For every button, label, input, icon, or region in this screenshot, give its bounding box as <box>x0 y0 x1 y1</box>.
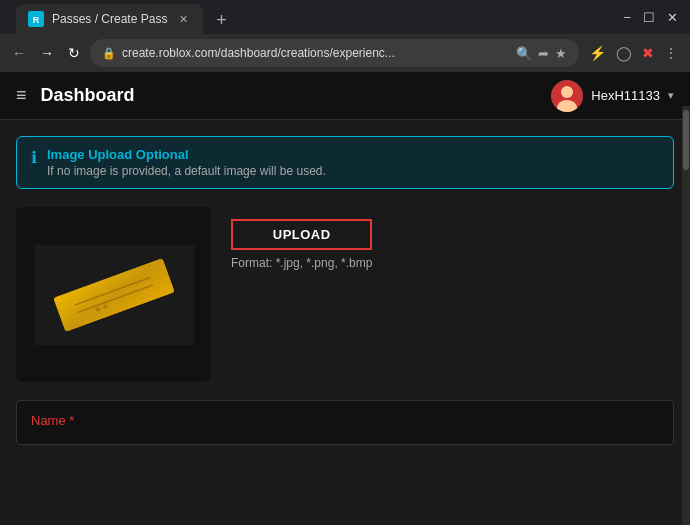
image-preview <box>16 207 211 382</box>
info-icon: ℹ <box>31 148 37 167</box>
app: ≡ Dashboard HexH11133 ▾ ℹ Image Upload O… <box>0 72 690 491</box>
hamburger-menu-button[interactable]: ≡ <box>16 85 27 106</box>
tab-title: Passes / Create Pass <box>52 12 167 26</box>
nav-left: ≡ Dashboard <box>16 85 135 106</box>
tab-bar: R Passes / Create Pass ✕ + <box>8 0 243 34</box>
info-text-group: Image Upload Optional If no image is pro… <box>47 147 326 178</box>
name-section: Name * <box>16 400 674 445</box>
active-tab[interactable]: R Passes / Create Pass ✕ <box>16 4 203 34</box>
upload-controls: UPLOAD Format: *.jpg, *.png, *.bmp <box>231 207 372 270</box>
dashboard-title: Dashboard <box>41 85 135 106</box>
url-text: create.roblox.com/dashboard/creations/ex… <box>122 46 510 60</box>
star-icon[interactable]: ★ <box>555 46 567 61</box>
lock-icon: 🔒 <box>102 47 116 60</box>
tab-favicon: R <box>28 11 44 27</box>
extensions-icon[interactable]: ⚡ <box>585 41 610 65</box>
avatar[interactable] <box>551 80 583 112</box>
user-dropdown-arrow[interactable]: ▾ <box>668 89 674 102</box>
back-button[interactable]: ← <box>8 43 30 63</box>
tab-close-button[interactable]: ✕ <box>175 11 191 27</box>
url-action-icons: 🔍 ➦ ★ <box>516 46 567 61</box>
username-label: HexH11133 <box>591 88 660 103</box>
menu-icon[interactable]: ⋮ <box>660 41 682 65</box>
browser-toolbar: ⚡ ◯ ✖ ⋮ <box>585 41 682 65</box>
svg-text:R: R <box>33 15 40 25</box>
window-controls: − ☐ ✕ <box>623 10 682 25</box>
maximize-button[interactable]: ☐ <box>643 10 655 25</box>
profile-icon[interactable]: ◯ <box>612 41 636 65</box>
title-bar: R Passes / Create Pass ✕ + − ☐ ✕ <box>0 0 690 34</box>
share-icon[interactable]: ➦ <box>538 46 549 61</box>
info-banner-subtitle: If no image is provided, a default image… <box>47 164 326 178</box>
minimize-button[interactable]: − <box>623 10 631 25</box>
upload-section: UPLOAD Format: *.jpg, *.png, *.bmp <box>16 207 674 382</box>
url-bar[interactable]: 🔒 create.roblox.com/dashboard/creations/… <box>90 39 579 67</box>
info-banner: ℹ Image Upload Optional If no image is p… <box>16 136 674 189</box>
upload-button[interactable]: UPLOAD <box>231 219 372 250</box>
new-tab-button[interactable]: + <box>207 6 235 34</box>
browser-chrome: R Passes / Create Pass ✕ + − ☐ ✕ ← → ↻ 🔒… <box>0 0 690 72</box>
search-url-icon[interactable]: 🔍 <box>516 46 532 61</box>
close-button[interactable]: ✕ <box>667 10 678 25</box>
main-content: ℹ Image Upload Optional If no image is p… <box>0 120 690 491</box>
nav-right: HexH11133 ▾ <box>551 80 674 112</box>
scrollbar-thumb[interactable] <box>683 110 689 170</box>
required-asterisk: * <box>66 413 75 428</box>
preview-image <box>34 245 194 345</box>
refresh-button[interactable]: ↻ <box>64 43 84 63</box>
svg-point-3 <box>561 86 573 98</box>
forward-button[interactable]: → <box>36 43 58 63</box>
format-text: Format: *.jpg, *.png, *.bmp <box>231 256 372 270</box>
scrollbar[interactable] <box>682 106 690 525</box>
info-banner-title: Image Upload Optional <box>47 147 326 162</box>
address-bar: ← → ↻ 🔒 create.roblox.com/dashboard/crea… <box>0 34 690 72</box>
top-nav: ≡ Dashboard HexH11133 ▾ <box>0 72 690 120</box>
name-field-label: Name * <box>31 413 659 428</box>
roblox-extension-icon[interactable]: ✖ <box>638 41 658 65</box>
